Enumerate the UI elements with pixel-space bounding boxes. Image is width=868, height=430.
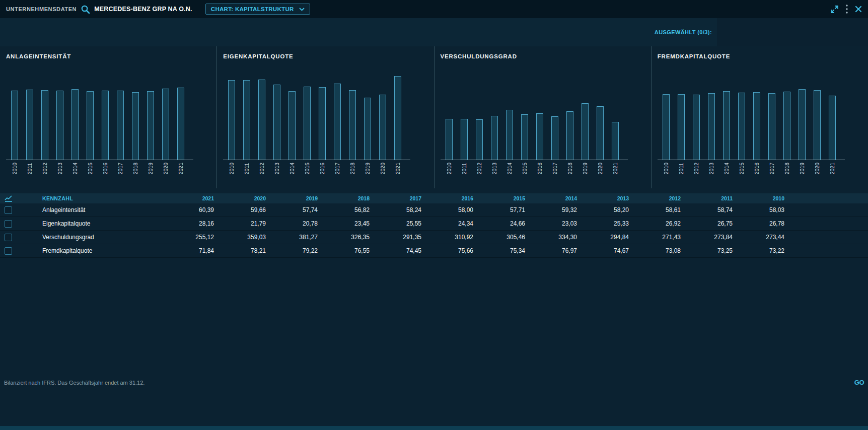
- bar-2021: [394, 76, 401, 160]
- x-label-slot: 2020: [593, 163, 608, 174]
- x-axis-label: 2012: [693, 163, 699, 174]
- bar-2016: [102, 91, 109, 160]
- bar-2018: [783, 92, 790, 160]
- header-year-2010: 2010: [733, 195, 784, 201]
- bar-2013: [273, 85, 280, 160]
- chart-title: ANLAGEINTENSITÄT: [6, 53, 210, 59]
- x-axis-label: 2014: [507, 163, 513, 174]
- x-axis-label: 2019: [148, 163, 154, 174]
- chart-type-label: CHART: KAPITALSTRUKTUR: [211, 6, 294, 12]
- bar-slot: [360, 70, 375, 160]
- bar-slot: [22, 70, 37, 160]
- cell-value: 326,35: [318, 234, 370, 241]
- bar-slot: [315, 70, 330, 160]
- header-year-2012: 2012: [629, 195, 681, 201]
- topbar: UNTERNEHMENSDATEN MERCEDES-BENZ GRP NA O…: [0, 0, 868, 18]
- chart-title: EIGENKAPITALQUOTE: [223, 53, 427, 59]
- x-label-slot: 2014: [502, 163, 517, 174]
- bar-2018: [566, 111, 573, 160]
- toolbar: AUSGEWÄHLT (0/3):: [0, 18, 868, 46]
- bar-slot: [330, 70, 345, 160]
- close-icon[interactable]: [855, 6, 862, 13]
- x-axis-label: 2018: [132, 163, 138, 174]
- x-axis-label: 2014: [72, 163, 78, 174]
- x-axis-label: 2010: [229, 163, 235, 174]
- bar-slot: [52, 70, 67, 160]
- x-axis-label: 2013: [708, 163, 714, 174]
- toolbar-right-panel: [717, 18, 868, 46]
- table-header-row: KENNZAHL20212020201920182017201620152014…: [0, 193, 868, 203]
- x-label-slot: 2011: [457, 163, 472, 174]
- cell-value: 60,39: [162, 206, 214, 213]
- bar-2012: [693, 95, 700, 160]
- row-label: Anlageintensität: [22, 206, 162, 213]
- cell-value: 74,67: [577, 247, 629, 254]
- row-checkbox[interactable]: [5, 206, 12, 214]
- cell-value: 23,45: [318, 220, 370, 227]
- x-axis-label: 2015: [739, 163, 745, 174]
- cell-value: 20,78: [266, 220, 318, 227]
- kennzahl-table: KENNZAHL20212020201920182017201620152014…: [0, 193, 868, 258]
- bar-2018: [132, 92, 139, 160]
- row-checkbox[interactable]: [5, 247, 12, 255]
- x-label-slot: 2012: [689, 163, 704, 174]
- chart-type-dropdown[interactable]: CHART: KAPITALSTRUKTUR: [205, 4, 310, 15]
- bar-2017: [334, 84, 341, 160]
- x-axis-label: 2017: [117, 163, 123, 174]
- checkbox-cell: [0, 206, 22, 214]
- bar-2010: [446, 119, 453, 160]
- bar-2011: [461, 119, 468, 160]
- x-label-slot: 2018: [345, 163, 360, 174]
- row-checkbox[interactable]: [5, 220, 12, 228]
- expand-icon[interactable]: [830, 5, 839, 14]
- bar-slot: [547, 70, 562, 160]
- x-label-slot: 2015: [734, 163, 749, 174]
- cell-value: 255,12: [162, 234, 214, 241]
- kebab-menu-icon[interactable]: [846, 5, 848, 14]
- bar-2013: [708, 93, 715, 160]
- x-label-slot: 2015: [83, 163, 98, 174]
- bar-slot: [810, 70, 825, 160]
- row-label: Verschuldungsgrad: [22, 234, 162, 241]
- chevron-down-icon: [299, 8, 305, 11]
- x-axis-label: 2015: [304, 163, 310, 174]
- x-label-slot: 2019: [794, 163, 810, 174]
- x-axis-label: 2016: [754, 163, 760, 174]
- bar-2020: [814, 90, 821, 160]
- bar-slot: [749, 70, 764, 160]
- x-axis-label: 2015: [522, 163, 528, 174]
- cell-value: 26,92: [629, 220, 681, 227]
- bar-slot: [67, 70, 83, 160]
- bar-2020: [379, 95, 386, 160]
- search-icon[interactable]: [81, 5, 90, 14]
- bar-slot: [689, 70, 704, 160]
- bar-slot: [704, 70, 719, 160]
- bar-slot: [577, 70, 593, 160]
- row-checkbox[interactable]: [5, 234, 12, 241]
- x-label-slot: 2018: [779, 163, 794, 174]
- cell-value: 59,66: [214, 206, 266, 213]
- cell-value: 271,43: [629, 234, 681, 241]
- cell-value: 21,79: [214, 220, 266, 227]
- chart-plot: [223, 70, 410, 160]
- bar-slot: [284, 70, 300, 160]
- x-axis-label: 2020: [597, 163, 603, 174]
- bar-slot: [734, 70, 749, 160]
- bar-2020: [162, 89, 169, 160]
- cell-value: 73,08: [629, 247, 681, 254]
- row-label: Eigenkapitalquote: [22, 220, 162, 227]
- cell-value: 273,44: [733, 234, 784, 241]
- bar-slot: [779, 70, 794, 160]
- x-label-slot: 2019: [577, 163, 593, 174]
- table-row-4: Fremdkapitalquote71,8478,2179,2276,5574,…: [0, 244, 868, 258]
- cell-value: 56,82: [318, 206, 370, 213]
- x-label-slot: 2018: [562, 163, 577, 174]
- chart-line-icon[interactable]: [0, 195, 22, 202]
- bar-2014: [288, 91, 296, 160]
- cell-value: 76,55: [318, 247, 370, 254]
- bar-2010: [228, 80, 235, 160]
- bar-slot: [593, 70, 608, 160]
- x-axis-label: 2019: [582, 163, 588, 174]
- bar-slot: [143, 70, 158, 160]
- bar-slot: [254, 70, 269, 160]
